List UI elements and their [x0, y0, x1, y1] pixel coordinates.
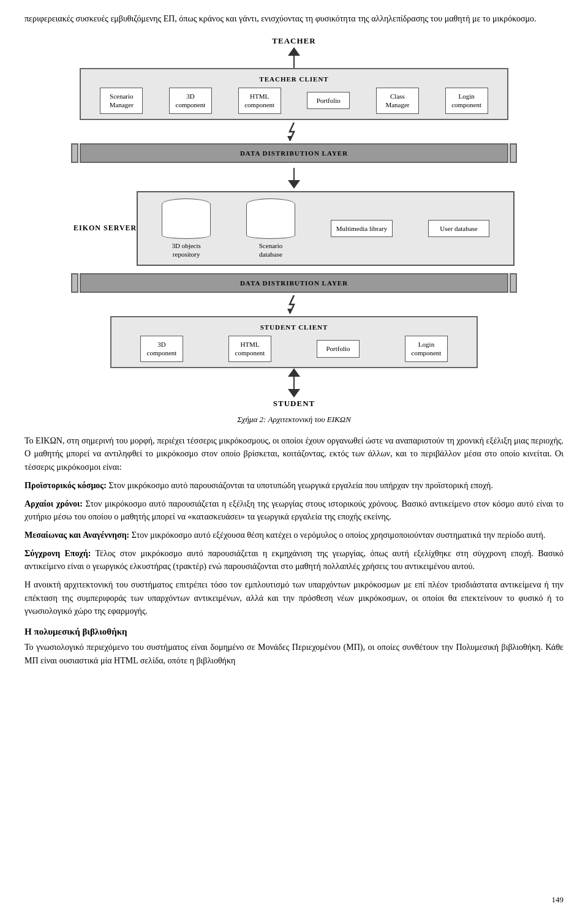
portfolio-box: Portfolio [307, 92, 350, 109]
eikon-content: 3D objectsrepository Scenariodatabase Mu… [137, 191, 514, 266]
scenario-manager-box: ScenarioManager [100, 88, 143, 114]
teacher-client-box: TEACHER CLIENT ScenarioManager 3Dcompone… [80, 68, 508, 120]
eikon-server-label: EIKON SERVER [74, 224, 137, 233]
architecture-diagram: TEACHER TEACHER CLIENT ScenarioManager 3… [24, 36, 564, 409]
ddl-side-right-1 [510, 143, 517, 163]
html-component-box: HTMLcomponent [238, 88, 281, 114]
teacher-components-row: ScenarioManager 3Dcomponent HTMLcomponen… [87, 88, 501, 114]
student-client-label: STUDENT CLIENT [118, 323, 470, 331]
student-3d-component-box: 3Dcomponent [140, 336, 183, 362]
databases-row: 3D objectsrepository Scenariodatabase Mu… [144, 198, 507, 259]
body-paragraph-2: Προϊστορικός κόσμος: Στον μικρόκοσμο αυτ… [24, 479, 564, 492]
page-number: 149 [552, 895, 564, 905]
multimedia-lib-box-wrapper: Multimedia library [331, 220, 393, 237]
figure-caption: Σχήμα 2: Αρχιτεκτονική του ΕΙΚΩΝ [24, 415, 564, 425]
student-components-row: 3Dcomponent HTMLcomponent Portfolio Logi… [118, 336, 470, 362]
bold-mesaionas: Μεσαίωνας και Αναγέννηση: [24, 530, 129, 540]
multimedia-lib-box: Multimedia library [331, 220, 393, 237]
body-paragraph-4: Μεσαίωνας και Αναγέννηση: Στον μικρόκοσμ… [24, 529, 564, 542]
cyl-body-1 [162, 208, 211, 233]
user-db-box: User database [428, 220, 489, 237]
body-paragraph-6: Η ανοικτή αρχιτεκτονική του συστήματος ε… [24, 578, 564, 618]
ddl-side-left-1 [71, 143, 78, 163]
student-portfolio-box: Portfolio [317, 340, 360, 357]
bold-proistorikos: Προϊστορικός κόσμος: [24, 481, 107, 490]
ddl-side-right-2 [510, 273, 517, 293]
ddl-main-1: DATA DISTRIBUTION LAYER [80, 143, 508, 163]
cyl-body-2 [246, 208, 295, 233]
ddl-wrapper-2: DATA DISTRIBUTION LAYER [24, 273, 564, 293]
3d-component-box: 3Dcomponent [169, 88, 212, 114]
student-html-component-box: HTMLcomponent [228, 336, 271, 362]
ddl-main-2: DATA DISTRIBUTION LAYER [80, 273, 508, 293]
ddl-outer-2: DATA DISTRIBUTION LAYER [71, 273, 517, 293]
3d-objects-cylinder: 3D objectsrepository [162, 198, 211, 259]
intro-paragraph: περιφερειακές συσκευές εμβυθιζόμενης ΕΠ,… [24, 12, 564, 25]
teacher-arrow-up [288, 47, 300, 68]
ddl-wrapper-1: DATA DISTRIBUTION LAYER [24, 143, 564, 163]
cyl-bottom-1 [162, 233, 211, 239]
student-label: STUDENT [273, 399, 315, 409]
body-paragraph-5: Σύγχρονη Εποχή: Τέλος στον μικρόκοσμο αυ… [24, 547, 564, 573]
ddl-side-left-2 [71, 273, 78, 293]
section-paragraph: Το γνωσιολογικό περιεχόμενο του συστήματ… [24, 641, 564, 667]
arrow-down-1 [288, 168, 300, 189]
cyl-top-2 [246, 198, 295, 208]
lightning-arrow-1 [285, 123, 303, 141]
bold-arxaioi: Αρχαίοι χρόνοι: [24, 499, 83, 508]
eikon-server-area: EIKON SERVER 3D objectsrepository Scenar… [74, 191, 514, 266]
teacher-client-label: TEACHER CLIENT [87, 75, 501, 83]
body-paragraph-3: Αρχαίοι χρόνοι: Στον μικρόκοσμο αυτό παρ… [24, 497, 564, 524]
3d-objects-label: 3D objectsrepository [172, 241, 200, 259]
class-manager-box: ClassManager [376, 88, 419, 114]
bold-sygxroni: Σύγχρονη Εποχή: [24, 549, 91, 558]
ddl-outer-1: DATA DISTRIBUTION LAYER [71, 143, 517, 163]
lightning-arrow-2 [285, 295, 303, 314]
user-db-box-wrapper: User database [428, 220, 489, 237]
body-paragraph-1: Το ΕΙΚΩΝ, στη σημερινή του μορφή, περιέχ… [24, 434, 564, 474]
section-heading: Η πολυμεσική βιβλιοθήκη [24, 627, 564, 637]
cyl-bottom-2 [246, 233, 295, 239]
scenario-db-label: Scenariodatabase [259, 241, 282, 259]
student-login-component-box: Logincomponent [405, 336, 448, 362]
cyl-top-1 [162, 198, 211, 208]
student-client-box: STUDENT CLIENT 3Dcomponent HTMLcomponent… [110, 316, 478, 368]
student-double-arrow [288, 368, 300, 398]
teacher-label: TEACHER [272, 36, 315, 46]
login-component-box: Logincomponent [445, 88, 488, 114]
scenario-db-cylinder: Scenariodatabase [246, 198, 295, 259]
